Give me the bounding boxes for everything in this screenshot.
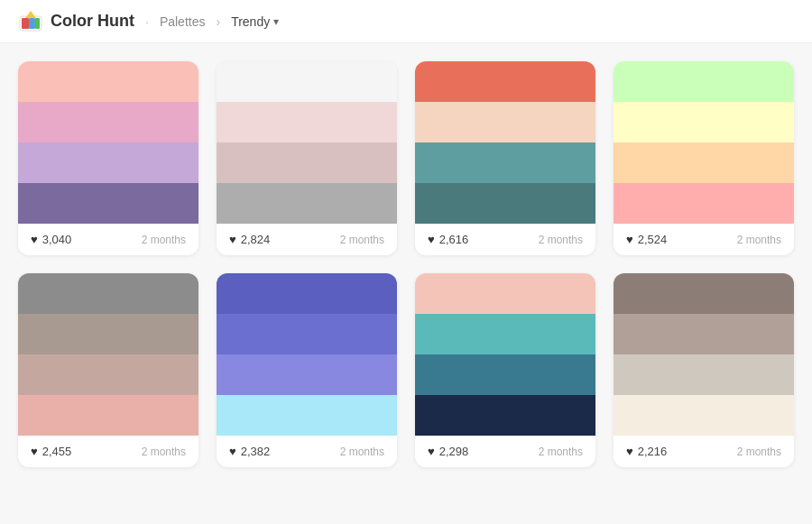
card-footer: ♥2,2982 months <box>415 436 595 467</box>
color-swatch <box>614 395 794 436</box>
palette-card[interactable]: ♥2,5242 months <box>614 61 794 255</box>
color-swatch <box>18 354 198 395</box>
color-swatch <box>217 102 397 142</box>
heart-icon: ♥ <box>626 233 633 246</box>
color-swatch <box>217 395 397 436</box>
card-footer: ♥2,4552 months <box>18 436 198 467</box>
color-swatch <box>415 354 595 395</box>
likes-number: 2,616 <box>439 233 469 246</box>
color-swatch <box>18 61 198 102</box>
logo[interactable]: Color Hunt <box>18 9 134 34</box>
card-footer: ♥3,0402 months <box>18 224 198 255</box>
color-swatch <box>614 273 794 314</box>
color-swatch <box>614 354 794 395</box>
nav-trendy[interactable]: Trendy ▾ <box>231 14 279 29</box>
likes-count: ♥2,455 <box>31 445 71 458</box>
palette-swatches <box>18 273 198 436</box>
palette-card[interactable]: ♥2,4552 months <box>18 273 198 467</box>
logo-icon <box>18 9 43 34</box>
header: Color Hunt · Palettes › Trendy ▾ <box>0 0 812 43</box>
palette-card[interactable]: ♥2,2162 months <box>614 273 794 467</box>
svg-rect-3 <box>29 18 35 29</box>
color-swatch <box>18 395 198 436</box>
heart-icon: ♥ <box>31 233 38 246</box>
heart-icon: ♥ <box>626 445 633 458</box>
likes-count: ♥2,298 <box>428 445 468 458</box>
time-ago: 2 months <box>142 234 186 246</box>
color-swatch <box>614 61 794 102</box>
color-swatch <box>18 183 198 224</box>
color-swatch <box>415 314 595 354</box>
likes-count: ♥2,382 <box>229 445 270 458</box>
color-swatch <box>18 314 198 354</box>
color-swatch <box>18 102 198 142</box>
palette-card[interactable]: ♥2,3822 months <box>217 273 397 467</box>
palette-swatches <box>614 61 794 224</box>
card-footer: ♥2,2162 months <box>614 436 794 467</box>
likes-count: ♥2,616 <box>428 233 468 246</box>
nav-arrow: › <box>216 14 220 29</box>
heart-icon: ♥ <box>229 445 236 458</box>
color-swatch <box>217 354 397 395</box>
palette-swatches <box>18 61 198 224</box>
main-content: ♥3,0402 months♥2,8242 months♥2,6162 mont… <box>0 43 812 485</box>
time-ago: 2 months <box>539 234 583 246</box>
heart-icon: ♥ <box>428 233 435 246</box>
palette-swatches <box>415 273 595 436</box>
color-swatch <box>614 314 794 354</box>
color-swatch <box>217 61 397 102</box>
likes-number: 2,298 <box>439 445 469 458</box>
likes-number: 2,524 <box>638 233 668 246</box>
time-ago: 2 months <box>340 446 384 458</box>
color-swatch <box>217 314 397 354</box>
color-swatch <box>217 142 397 183</box>
likes-number: 2,216 <box>638 445 668 458</box>
palette-swatches <box>415 61 595 224</box>
svg-marker-1 <box>25 11 36 18</box>
time-ago: 2 months <box>737 234 781 246</box>
likes-count: ♥2,824 <box>229 233 270 246</box>
color-swatch <box>217 183 397 224</box>
color-swatch <box>415 61 595 102</box>
color-swatch <box>415 273 595 314</box>
svg-rect-2 <box>22 18 29 29</box>
nav-palettes[interactable]: Palettes <box>160 14 206 29</box>
card-footer: ♥2,6162 months <box>415 224 595 255</box>
likes-number: 2,824 <box>241 233 271 246</box>
palette-swatches <box>614 273 794 436</box>
nav-separator: · <box>145 14 149 29</box>
likes-count: ♥2,524 <box>626 233 667 246</box>
likes-count: ♥2,216 <box>626 445 667 458</box>
color-swatch <box>18 273 198 314</box>
color-swatch <box>18 142 198 183</box>
palette-swatches <box>217 273 397 436</box>
color-swatch <box>415 395 595 436</box>
color-swatch <box>614 183 794 224</box>
likes-number: 2,382 <box>241 445 271 458</box>
logo-text: Color Hunt <box>51 12 134 31</box>
color-swatch <box>415 183 595 224</box>
card-footer: ♥2,3822 months <box>217 436 397 467</box>
card-footer: ♥2,8242 months <box>217 224 397 255</box>
heart-icon: ♥ <box>31 445 38 458</box>
likes-count: ♥3,040 <box>31 233 71 246</box>
palette-grid: ♥3,0402 months♥2,8242 months♥2,6162 mont… <box>18 61 794 467</box>
palette-card[interactable]: ♥3,0402 months <box>18 61 198 255</box>
palette-card[interactable]: ♥2,2982 months <box>415 273 595 467</box>
svg-rect-4 <box>35 18 40 29</box>
card-footer: ♥2,5242 months <box>614 224 794 255</box>
time-ago: 2 months <box>539 446 583 458</box>
palette-card[interactable]: ♥2,8242 months <box>217 61 397 255</box>
color-swatch <box>614 102 794 142</box>
time-ago: 2 months <box>340 234 384 246</box>
time-ago: 2 months <box>737 446 781 458</box>
heart-icon: ♥ <box>428 445 435 458</box>
likes-number: 3,040 <box>42 233 72 246</box>
palette-card[interactable]: ♥2,6162 months <box>415 61 595 255</box>
chevron-down-icon: ▾ <box>273 15 279 28</box>
color-swatch <box>415 102 595 142</box>
color-swatch <box>217 273 397 314</box>
color-swatch <box>614 142 794 183</box>
heart-icon: ♥ <box>229 233 236 246</box>
time-ago: 2 months <box>142 446 186 458</box>
